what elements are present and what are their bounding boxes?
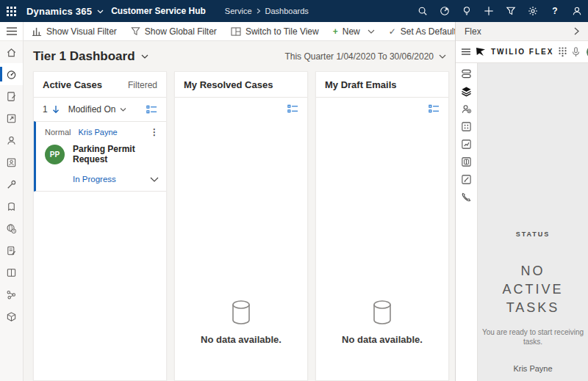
check-icon: ✓	[389, 26, 396, 37]
sort-descending-arrow-icon	[52, 105, 60, 114]
command-bar: Show Visual Filter Show Global Filter Sw…	[24, 22, 455, 41]
flex-side-panel: Flex TWILIO FLEX	[455, 22, 588, 381]
plus-icon: +	[333, 26, 338, 37]
breadcrumb: Service Dashboards	[225, 7, 309, 15]
sidebar-item-home[interactable]	[0, 41, 23, 63]
page-title: Tier 1 Dashboard	[33, 49, 135, 64]
flex-panel-tab: Flex	[456, 22, 588, 41]
twilio-flex-brand: TWILIO FLEX	[491, 48, 553, 56]
resolved-cases-card: My Resolved Cases No data available.	[174, 71, 308, 381]
brand-chevron-icon[interactable]	[97, 10, 104, 14]
breadcrumb-separator-icon	[257, 8, 261, 14]
sidebar-item-contacts[interactable]	[0, 129, 23, 151]
site-map-rail	[0, 22, 24, 381]
bar-chart-icon	[32, 26, 42, 36]
select-view-icon[interactable]	[146, 105, 157, 115]
sidebar-item-services[interactable]	[0, 173, 23, 195]
sort-field-chevron-icon	[120, 108, 126, 112]
collapse-panel-chevron-icon[interactable]	[574, 27, 579, 35]
case-title-link[interactable]: Parking Permit Request	[73, 144, 159, 164]
top-nav-bar: Dynamics 365 Customer Service Hub Servic…	[0, 0, 588, 22]
sidebar-item-dashboards[interactable]	[0, 63, 23, 85]
dashboard-main: Tier 1 Dashboard This Quarter 1/04/2020 …	[24, 41, 455, 381]
search-icon[interactable]	[412, 0, 434, 22]
waffle-icon[interactable]	[0, 0, 22, 22]
empty-state-text: No data available.	[201, 334, 282, 345]
tasks-icon[interactable]	[459, 68, 475, 79]
case-expand-chevron-icon[interactable]	[150, 177, 159, 182]
dashboard-title-selector[interactable]: Tier 1 Dashboard	[33, 49, 148, 64]
new-chevron-icon	[368, 29, 375, 34]
select-view-icon[interactable]	[287, 104, 298, 114]
quick-create-plus-icon[interactable]	[478, 0, 500, 22]
compose-panel-icon[interactable]	[459, 173, 475, 185]
card-title: Active Cases	[43, 79, 102, 90]
agent-name: Kris Payne	[513, 364, 552, 373]
sort-control[interactable]: 1 Modified On	[43, 104, 126, 115]
help-icon[interactable]: ?	[544, 0, 566, 22]
sidebar-item-activities[interactable]	[0, 85, 23, 107]
tile-view-icon	[231, 27, 241, 36]
sitemap-hamburger-icon[interactable]	[0, 22, 23, 41]
sidebar-item-accounts[interactable]	[0, 151, 23, 173]
microphone-icon[interactable]	[572, 47, 580, 57]
flex-tab-label: Flex	[465, 26, 481, 37]
flex-menu-hamburger-icon[interactable]	[462, 48, 470, 55]
case-priority: Normal	[45, 128, 71, 137]
sidebar-item-social-profiles[interactable]	[0, 217, 23, 239]
app-name[interactable]: Customer Service Hub	[111, 6, 206, 16]
status-subtitle: You are ready to start receiving tasks.	[481, 327, 584, 346]
twilio-flex-logo-icon	[476, 47, 486, 57]
lightbulb-icon[interactable]	[456, 0, 478, 22]
date-filter-chevron-icon	[439, 54, 446, 59]
gauge-icon[interactable]	[434, 0, 456, 22]
draft-emails-card: My Draft Emails No data available.	[315, 71, 449, 381]
status-label: STATUS	[516, 231, 551, 238]
sidebar-item-articles[interactable]	[0, 239, 23, 261]
sort-field-label: Modified On	[68, 104, 116, 115]
sidebar-item-queues[interactable]	[0, 195, 23, 217]
flex-nav-strip	[456, 63, 478, 381]
funnel-icon	[131, 26, 140, 36]
new-button[interactable]: + New	[333, 26, 375, 37]
layers-icon[interactable]	[459, 85, 475, 97]
sidebar-item-cases[interactable]	[0, 107, 23, 129]
case-avatar: PP	[45, 145, 65, 164]
contacts-panel-icon[interactable]	[459, 156, 475, 167]
empty-state: No data available.	[316, 120, 448, 380]
case-status-link[interactable]: In Progress	[73, 175, 116, 184]
select-view-icon[interactable]	[429, 104, 440, 114]
phone-icon[interactable]	[459, 191, 475, 203]
twilio-flex-header: TWILIO FLEX	[456, 41, 588, 63]
show-global-filter-button[interactable]: Show Global Filter	[131, 26, 217, 37]
no-active-tasks-title: NO ACTIVE TASKS	[489, 262, 577, 318]
case-customer-link[interactable]: Kris Payne	[78, 128, 117, 137]
dialpad-icon[interactable]	[559, 47, 567, 57]
record-count: 1	[43, 104, 48, 115]
breadcrumb-page[interactable]: Dashboards	[265, 7, 309, 15]
flex-status-pane: STATUS NO ACTIVE TASKS You are ready to …	[478, 63, 588, 381]
topbar-actions: ?	[412, 0, 588, 22]
time-frame-selector[interactable]: This Quarter 1/04/2020 To 30/06/2020	[284, 51, 449, 62]
card-title: My Resolved Cases	[184, 79, 273, 90]
keypad-panel-icon[interactable]	[459, 120, 475, 132]
app-window: Dynamics 365 Customer Service Hub Servic…	[0, 0, 588, 381]
dashboard-title-chevron-icon	[141, 54, 148, 59]
settings-gear-icon[interactable]	[522, 0, 544, 22]
filter-icon[interactable]	[500, 0, 522, 22]
set-as-default-button[interactable]: ✓ Set As Default	[389, 26, 456, 37]
account-person-icon[interactable]	[566, 0, 588, 22]
sidebar-item-knowledge[interactable]	[0, 261, 23, 283]
database-icon	[229, 299, 254, 327]
switch-to-tile-view-button[interactable]: Switch to Tile View	[231, 26, 319, 37]
agent-icon[interactable]	[459, 103, 475, 115]
case-more-menu-icon[interactable]: ⋮	[150, 128, 159, 137]
card-title: My Draft Emails	[325, 79, 397, 90]
show-visual-filter-button[interactable]: Show Visual Filter	[32, 26, 117, 37]
breadcrumb-area[interactable]: Service	[225, 7, 252, 15]
brand-title[interactable]: Dynamics 365	[26, 6, 92, 17]
sidebar-item-apps[interactable]	[0, 305, 23, 327]
chart-panel-icon[interactable]	[459, 138, 475, 150]
sidebar-item-sitemap[interactable]	[0, 283, 23, 305]
case-list-item[interactable]: Normal Kris Payne ⋮ PP Parking Permit Re…	[34, 121, 166, 192]
